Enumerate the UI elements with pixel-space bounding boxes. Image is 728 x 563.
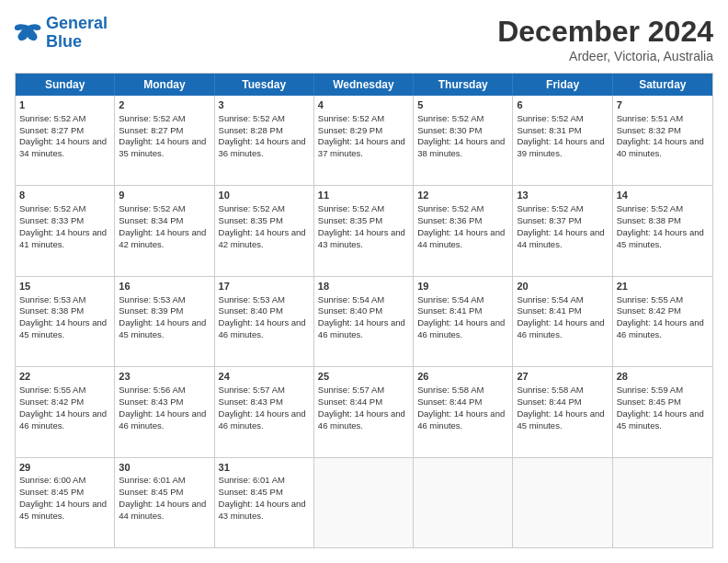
- day-cell-20: 20Sunrise: 5:54 AMSunset: 8:41 PMDayligh…: [513, 277, 612, 366]
- month-title: December 2024: [497, 15, 713, 49]
- header-day-tuesday: Tuesday: [215, 74, 314, 96]
- sunrise-label: Sunrise: 6:01 AM: [219, 475, 285, 485]
- sunrise-label: Sunrise: 5:56 AM: [119, 385, 185, 395]
- day-number: 19: [417, 280, 508, 293]
- day-number: 8: [19, 189, 110, 202]
- daylight-label: Daylight: 14 hours and 44 minutes.: [119, 499, 206, 521]
- sunset-label: Sunset: 8:27 PM: [119, 125, 183, 135]
- logo: General Blue: [15, 15, 108, 52]
- logo-text: General Blue: [46, 15, 108, 52]
- day-number: 17: [219, 280, 310, 293]
- day-cell-15: 15Sunrise: 5:53 AMSunset: 8:38 PMDayligh…: [16, 277, 115, 366]
- calendar-body: 1Sunrise: 5:52 AMSunset: 8:27 PMDaylight…: [16, 96, 712, 547]
- daylight-label: Daylight: 14 hours and 46 minutes.: [219, 408, 306, 431]
- day-cell-4: 4Sunrise: 5:52 AMSunset: 8:29 PMDaylight…: [314, 96, 414, 185]
- daylight-label: Daylight: 14 hours and 45 minutes.: [617, 408, 704, 431]
- daylight-label: Daylight: 14 hours and 43 minutes.: [219, 499, 306, 521]
- sunset-label: Sunset: 8:41 PM: [417, 305, 482, 316]
- daylight-label: Daylight: 14 hours and 45 minutes.: [617, 227, 704, 249]
- sunset-label: Sunset: 8:37 PM: [517, 215, 581, 225]
- sunset-label: Sunset: 8:43 PM: [119, 396, 183, 407]
- sunrise-label: Sunrise: 5:52 AM: [19, 203, 85, 213]
- day-cell-7: 7Sunrise: 5:51 AMSunset: 8:32 PMDaylight…: [613, 96, 712, 185]
- sunset-label: Sunset: 8:31 PM: [517, 125, 581, 135]
- header: General Blue December 2024 Ardeer, Victo…: [15, 15, 713, 63]
- daylight-label: Daylight: 14 hours and 46 minutes.: [318, 317, 405, 339]
- sunset-label: Sunset: 8:42 PM: [617, 305, 681, 316]
- day-number: 3: [219, 98, 310, 112]
- day-number: 20: [517, 280, 608, 293]
- day-cell-28: 28Sunrise: 5:59 AMSunset: 8:45 PMDayligh…: [613, 367, 712, 456]
- daylight-label: Daylight: 14 hours and 46 minutes.: [417, 317, 505, 339]
- daylight-label: Daylight: 14 hours and 43 minutes.: [318, 227, 405, 249]
- day-number: 24: [219, 370, 310, 384]
- sunset-label: Sunset: 8:30 PM: [417, 125, 482, 135]
- sunrise-label: Sunrise: 5:52 AM: [119, 203, 185, 213]
- sunset-label: Sunset: 8:34 PM: [119, 215, 183, 225]
- day-number: 7: [617, 98, 709, 112]
- sunset-label: Sunset: 8:35 PM: [318, 215, 382, 225]
- daylight-label: Daylight: 14 hours and 45 minutes.: [517, 408, 604, 431]
- sunrise-label: Sunrise: 5:51 AM: [617, 113, 683, 123]
- empty-cell: [613, 458, 712, 547]
- sunset-label: Sunset: 8:42 PM: [19, 396, 84, 407]
- daylight-label: Daylight: 14 hours and 34 minutes.: [19, 136, 107, 158]
- location: Ardeer, Victoria, Australia: [497, 49, 713, 63]
- sunset-label: Sunset: 8:44 PM: [417, 396, 482, 407]
- calendar: SundayMondayTuesdayWednesdayThursdayFrid…: [15, 73, 713, 548]
- calendar-header: SundayMondayTuesdayWednesdayThursdayFrid…: [16, 74, 712, 96]
- day-number: 26: [417, 370, 508, 384]
- day-cell-17: 17Sunrise: 5:53 AMSunset: 8:40 PMDayligh…: [215, 277, 314, 366]
- week-row-2: 8Sunrise: 5:52 AMSunset: 8:33 PMDaylight…: [16, 185, 712, 275]
- daylight-label: Daylight: 14 hours and 46 minutes.: [517, 317, 604, 339]
- sunset-label: Sunset: 8:40 PM: [219, 305, 283, 316]
- header-day-sunday: Sunday: [16, 74, 115, 96]
- page: General Blue December 2024 Ardeer, Victo…: [0, 0, 728, 563]
- day-number: 11: [318, 189, 409, 202]
- daylight-label: Daylight: 14 hours and 41 minutes.: [19, 227, 107, 249]
- sunset-label: Sunset: 8:33 PM: [19, 215, 84, 225]
- sunset-label: Sunset: 8:35 PM: [219, 215, 283, 225]
- sunrise-label: Sunrise: 5:57 AM: [219, 385, 285, 395]
- day-cell-14: 14Sunrise: 5:52 AMSunset: 8:38 PMDayligh…: [613, 186, 712, 275]
- sunrise-label: Sunrise: 5:55 AM: [19, 385, 85, 395]
- daylight-label: Daylight: 14 hours and 36 minutes.: [219, 136, 306, 158]
- logo-blue: Blue: [46, 32, 82, 51]
- daylight-label: Daylight: 14 hours and 44 minutes.: [517, 227, 604, 249]
- day-cell-21: 21Sunrise: 5:55 AMSunset: 8:42 PMDayligh…: [613, 277, 712, 366]
- day-number: 14: [617, 189, 709, 202]
- daylight-label: Daylight: 14 hours and 46 minutes.: [417, 408, 505, 431]
- header-day-monday: Monday: [115, 74, 214, 96]
- day-cell-29: 29Sunrise: 6:00 AMSunset: 8:45 PMDayligh…: [16, 458, 115, 547]
- day-cell-3: 3Sunrise: 5:52 AMSunset: 8:28 PMDaylight…: [215, 96, 314, 185]
- empty-cell: [314, 458, 414, 547]
- day-number: 21: [617, 280, 709, 293]
- day-cell-5: 5Sunrise: 5:52 AMSunset: 8:30 PMDaylight…: [414, 96, 513, 185]
- sunrise-label: Sunrise: 5:58 AM: [517, 385, 583, 395]
- empty-cell: [513, 458, 612, 547]
- header-day-saturday: Saturday: [613, 74, 712, 96]
- day-cell-25: 25Sunrise: 5:57 AMSunset: 8:44 PMDayligh…: [314, 367, 414, 456]
- day-cell-6: 6Sunrise: 5:52 AMSunset: 8:31 PMDaylight…: [513, 96, 612, 185]
- daylight-label: Daylight: 14 hours and 45 minutes.: [19, 499, 107, 521]
- day-cell-30: 30Sunrise: 6:01 AMSunset: 8:45 PMDayligh…: [115, 458, 214, 547]
- day-cell-12: 12Sunrise: 5:52 AMSunset: 8:36 PMDayligh…: [414, 186, 513, 275]
- sunset-label: Sunset: 8:36 PM: [417, 215, 482, 225]
- day-cell-24: 24Sunrise: 5:57 AMSunset: 8:43 PMDayligh…: [215, 367, 314, 456]
- sunrise-label: Sunrise: 5:55 AM: [617, 294, 683, 304]
- sunrise-label: Sunrise: 5:52 AM: [417, 113, 483, 123]
- sunrise-label: Sunrise: 5:52 AM: [318, 113, 384, 123]
- sunset-label: Sunset: 8:45 PM: [219, 487, 283, 497]
- day-cell-23: 23Sunrise: 5:56 AMSunset: 8:43 PMDayligh…: [115, 367, 214, 456]
- day-cell-8: 8Sunrise: 5:52 AMSunset: 8:33 PMDaylight…: [16, 186, 115, 275]
- sunrise-label: Sunrise: 5:53 AM: [119, 294, 185, 304]
- sunset-label: Sunset: 8:43 PM: [219, 396, 283, 407]
- sunset-label: Sunset: 8:45 PM: [19, 487, 84, 497]
- day-number: 18: [318, 280, 409, 293]
- daylight-label: Daylight: 14 hours and 42 minutes.: [219, 227, 306, 249]
- sunrise-label: Sunrise: 5:53 AM: [219, 294, 285, 304]
- week-row-5: 29Sunrise: 6:00 AMSunset: 8:45 PMDayligh…: [16, 457, 712, 547]
- empty-cell: [414, 458, 513, 547]
- sunrise-label: Sunrise: 5:58 AM: [417, 385, 483, 395]
- day-cell-2: 2Sunrise: 5:52 AMSunset: 8:27 PMDaylight…: [115, 96, 214, 185]
